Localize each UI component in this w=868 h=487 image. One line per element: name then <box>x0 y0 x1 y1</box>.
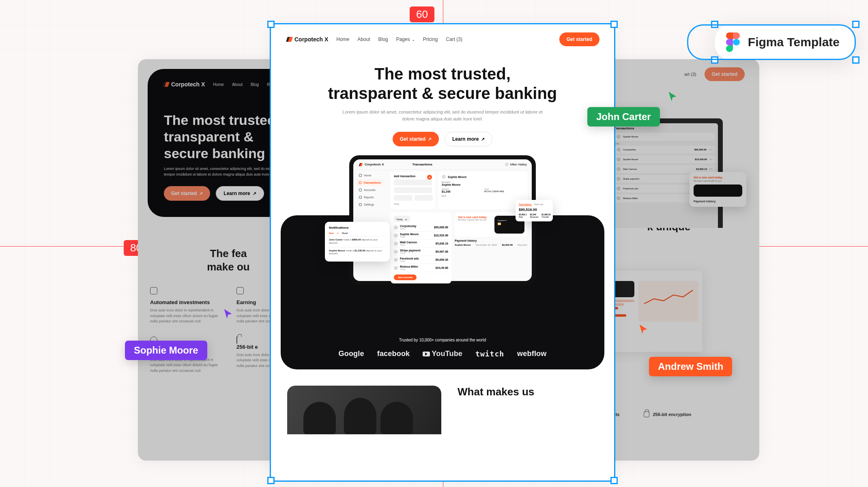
label: Today <box>394 203 432 205</box>
resize-handle[interactable] <box>711 21 718 28</box>
table-row[interactable]: Sophie MooreToday$10,529.90 <box>394 232 448 240</box>
avatar <box>394 258 398 262</box>
resize-handle[interactable] <box>711 56 718 64</box>
cursor-icon <box>638 324 649 335</box>
lock-icon <box>236 336 237 344</box>
nav-link[interactable]: Pricing <box>423 36 438 42</box>
list-item[interactable]: John Carter made a $800.00 deposit to yo… <box>329 236 386 247</box>
resize-handle[interactable] <box>852 21 859 28</box>
nav-link[interactable]: About <box>357 36 370 42</box>
team-photo <box>287 386 441 434</box>
sidebar-item[interactable]: Settings <box>357 202 383 208</box>
laptop-title: Transactions <box>614 127 715 130</box>
brand-text: Corpotech X <box>171 81 205 88</box>
gear-icon <box>150 287 157 294</box>
balance-card: Total balanceDebit card $90,516.00 $2,96… <box>516 200 553 221</box>
tablet-title: Transactions <box>413 163 432 166</box>
brand[interactable]: Corpotech X <box>286 36 328 43</box>
recipient-card: Sophie Moore Recipient Sophie Moore Amou… <box>438 172 528 209</box>
avatar <box>617 157 621 161</box>
nav-link[interactable]: About <box>232 82 243 87</box>
tablet-navbar: Corpotech X Transactions Mike Halley <box>353 159 532 170</box>
add-transaction-card: Add transaction× Today <box>391 172 435 209</box>
cta-get-started[interactable]: Get started <box>164 186 210 201</box>
avatar <box>442 175 446 179</box>
sidebar-item[interactable]: Home <box>357 172 383 178</box>
figma-template-pill[interactable]: Figma Template <box>715 24 856 60</box>
notifications-card: Notifications New●Read John Carter made … <box>325 222 390 262</box>
settings-icon <box>359 203 362 206</box>
history-title: Payment history <box>455 239 528 242</box>
nav-link[interactable]: Home <box>336 36 349 42</box>
table-row[interactable]: Corpoteckly$50,000.001 m <box>614 146 715 154</box>
cta-get-started[interactable]: Get started <box>559 32 599 46</box>
promo-title: Get a new card today. <box>694 176 742 179</box>
promo-title: Get a new card today. <box>458 216 487 219</box>
sidebar-item[interactable]: Transactions <box>357 180 383 186</box>
sidebar-item[interactable]: Reports <box>357 194 383 200</box>
card-title: Add transaction <box>394 175 415 178</box>
feature-card: Automated investments Duis aute irure do… <box>150 287 220 324</box>
close-icon[interactable]: × <box>427 175 432 180</box>
input[interactable] <box>394 195 412 201</box>
nav-link[interactable]: Blog <box>378 36 388 42</box>
table-row[interactable]: CorpoteckiyToday$50,000.00 <box>394 223 448 232</box>
table-row[interactable]: Facebook adsToday$9,009.30 <box>394 256 448 264</box>
balance-value: $90,516.00 <box>519 208 550 212</box>
resize-handle[interactable] <box>852 56 859 64</box>
logo-youtube: YouTube <box>423 350 462 358</box>
cta-get-started[interactable]: Get started <box>393 132 439 146</box>
hero-subtitle: Lorem ipsum dolor sit amet, consectetur … <box>164 166 286 177</box>
cursor-icon <box>222 308 234 320</box>
tab[interactable]: Total balance <box>519 203 532 206</box>
input[interactable] <box>415 195 433 201</box>
cta-get-started[interactable]: Get started <box>705 67 745 81</box>
tab[interactable]: Read <box>342 232 348 234</box>
section-title: What makes us <box>458 386 534 398</box>
table-row[interactable]: Rebeca MillerToday$24,49.00 <box>394 264 448 272</box>
cta-learn-more[interactable]: Learn more <box>216 186 264 201</box>
filter-dropdown[interactable]: Today <box>394 216 410 222</box>
cta-learn-more[interactable]: Learn more <box>445 132 492 146</box>
nav-link[interactable]: Blog <box>251 82 259 87</box>
sidebar-item[interactable]: Accounts <box>357 187 383 193</box>
artboard-center[interactable]: Corpotech X Home About Blog Pages Pricin… <box>271 24 614 481</box>
logo-facebook: facebook <box>377 350 410 358</box>
avatar <box>617 135 621 139</box>
lock-icon <box>644 412 649 417</box>
promo-card: Get a new card today. We have a special … <box>690 172 746 207</box>
promo-body: We have a special offer for you <box>694 180 742 182</box>
avatar <box>394 266 398 270</box>
table-row[interactable]: Sophie Moore$10,529.903 h <box>614 155 715 163</box>
nav-link-cart[interactable]: art (3) <box>684 72 696 77</box>
brand-logo-icon <box>162 82 169 87</box>
user-name: Mike Halley <box>510 163 527 166</box>
tab[interactable]: Debit card <box>534 203 544 206</box>
what-makes-us-section: What makes us <box>271 373 614 434</box>
avatar <box>617 167 621 171</box>
input[interactable] <box>394 180 432 185</box>
tab[interactable]: New <box>329 232 334 234</box>
nav-link-cart[interactable]: Cart (3) <box>446 36 462 42</box>
nav-link[interactable]: Pages <box>396 36 415 42</box>
list-item[interactable]: Sophie Moore made a $1,230.96 deposit to… <box>329 247 386 258</box>
table-row[interactable]: Matt CannonToday$5,830.10 <box>394 240 448 248</box>
accounts-icon <box>359 189 362 191</box>
avatar <box>617 148 621 152</box>
hero-title: The most trusted,transparent & secure ba… <box>295 64 590 103</box>
measurement-top: 60 <box>410 6 434 22</box>
figma-pill-text: Figma Template <box>748 35 840 49</box>
brand[interactable]: Corpotech X <box>162 81 205 88</box>
avatar <box>394 225 398 230</box>
brand-logo-icon <box>286 37 292 42</box>
input[interactable] <box>394 187 432 193</box>
trusted-headline: Trusted by 10,000+ companies around the … <box>281 338 604 342</box>
value: Sophie Moore <box>442 183 524 186</box>
nav-link[interactable]: Home <box>213 82 224 87</box>
recipient-name: Sophie Moore <box>448 176 466 178</box>
table-row[interactable]: Stripe paymentToday$9,987.00 <box>394 248 448 256</box>
avatar <box>394 250 398 254</box>
logo-google: Google <box>339 350 364 358</box>
new-transfer-button[interactable]: New transfer <box>394 275 417 280</box>
table-row[interactable]: Sophie Moore <box>614 133 715 141</box>
